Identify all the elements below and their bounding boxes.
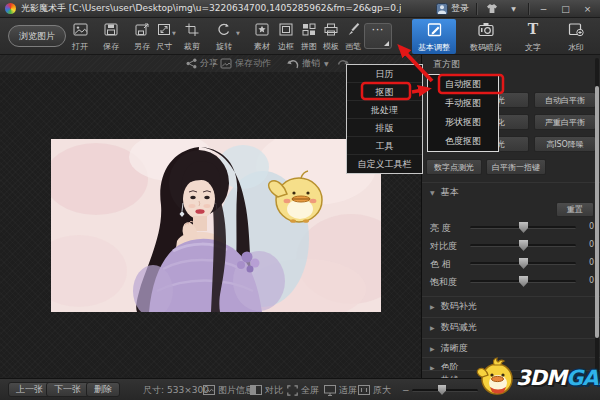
- submenu-item-shape-cutout[interactable]: 形状抠图: [428, 113, 498, 132]
- slider-track[interactable]: [470, 280, 576, 283]
- save-action-button[interactable]: 保存动作: [220, 57, 271, 70]
- rotate-dropdown-caret[interactable]: ▼: [236, 30, 240, 36]
- maximize-button[interactable]: □: [558, 2, 573, 15]
- title-bar: 光影魔术手 [C:\Users\user\Desktop\img\u=32206…: [0, 0, 600, 18]
- submenu-item-manual-cutout[interactable]: 手动抠图: [428, 94, 498, 113]
- scrollbar-thumb[interactable]: [595, 86, 599, 338]
- actionbar-separator: [212, 58, 213, 69]
- saturation-slider: 饱和度 0: [430, 274, 594, 288]
- compare-split-icon: [250, 385, 262, 395]
- chevron-right-icon: ▶: [430, 345, 435, 352]
- photo-canvas[interactable]: [51, 139, 381, 312]
- menu-caret-button[interactable]: ▼: [506, 2, 521, 15]
- camera-icon: [478, 22, 494, 37]
- tab-text[interactable]: T 文字: [514, 19, 552, 54]
- more-tools-button[interactable]: ···: [364, 23, 392, 49]
- fullscreen-button[interactable]: 全屏: [287, 384, 319, 396]
- tab-watermark[interactable]: 水印: [556, 19, 596, 54]
- high-iso-denoise-button[interactable]: 高ISO降噪: [534, 136, 596, 152]
- rotate-icon: [217, 23, 231, 36]
- auto-white-balance-button[interactable]: 自动白平衡: [534, 92, 596, 108]
- slider-thumb[interactable]: [519, 258, 528, 269]
- delete-image-button[interactable]: 删除: [86, 382, 120, 397]
- contrast-slider: 对比度 0: [430, 238, 594, 252]
- histogram-label: 直方图: [433, 58, 460, 71]
- spot-metering-button[interactable]: 数字点测光: [426, 159, 482, 175]
- titlebar-separator: [476, 3, 477, 15]
- resize-button[interactable]: 尺寸: [149, 22, 179, 52]
- slider-thumb[interactable]: [519, 240, 528, 251]
- zoom-slider-thumb[interactable]: [438, 385, 446, 395]
- menu-item-calendar[interactable]: 日历: [347, 65, 422, 83]
- undo-dropdown-caret[interactable]: ▼: [324, 57, 329, 70]
- menu-item-tools[interactable]: 工具: [347, 137, 422, 155]
- image-info-button[interactable]: 图片信息: [203, 384, 254, 396]
- slider-track[interactable]: [470, 244, 576, 247]
- submenu-item-chroma-cutout[interactable]: 色度抠图: [428, 132, 498, 151]
- image-info-icon: [203, 385, 215, 395]
- save-icon: [104, 23, 118, 36]
- undo-button[interactable]: 撤销: [286, 57, 320, 70]
- panel-scrollbar[interactable]: [595, 58, 599, 374]
- fullscreen-icon: [287, 385, 298, 396]
- section-digital-dim-light[interactable]: ▶ 数码减光: [422, 317, 600, 336]
- tab-basic-adjust[interactable]: 基本调整: [412, 19, 456, 54]
- actual-size-button[interactable]: 原大: [358, 384, 391, 396]
- watermark-icon: [568, 22, 584, 37]
- printer-icon: [324, 23, 338, 36]
- previous-image-button[interactable]: 上一张: [8, 382, 51, 397]
- picture-action-icon: [220, 58, 232, 69]
- slider-thumb[interactable]: [519, 276, 528, 287]
- skin-button[interactable]: [484, 2, 499, 15]
- 3dmgame-watermark: 3DMGAME: [476, 357, 600, 399]
- zoom-slider[interactable]: [412, 389, 478, 392]
- text-T-icon: T: [528, 22, 538, 37]
- severe-white-balance-button[interactable]: 严重白平衡: [534, 114, 596, 130]
- brightness-slider: 亮 度 0: [430, 220, 594, 234]
- menu-item-customize-toolbar[interactable]: 自定义工具栏: [347, 155, 422, 173]
- section-digital-fill-light[interactable]: ▶ 数码补光: [422, 296, 600, 315]
- resize-dropdown-caret[interactable]: ▼: [172, 30, 176, 36]
- rotate-button[interactable]: 旋转: [209, 22, 239, 52]
- browse-images-button[interactable]: 浏览图片: [8, 25, 66, 47]
- close-button[interactable]: ×: [580, 2, 595, 15]
- actual-size-icon: [358, 385, 370, 395]
- next-image-button[interactable]: 下一张: [46, 382, 89, 397]
- window-title: 光影魔术手 [C:\Users\user\Desktop\img\u=32206…: [21, 2, 401, 15]
- resize-icon: [157, 23, 171, 36]
- white-balance-one-touch-button[interactable]: 白平衡一指键: [486, 159, 546, 175]
- save-as-icon: [135, 23, 149, 36]
- collage-grid-icon: [302, 23, 316, 36]
- chevron-right-icon: ▶: [430, 303, 435, 310]
- app-logo-icon: [5, 3, 16, 14]
- app-window: 光影魔术手 [C:\Users\user\Desktop\img\u=32206…: [0, 0, 600, 400]
- login-button[interactable]: 登录: [436, 2, 469, 15]
- open-button[interactable]: 打开: [65, 22, 95, 52]
- brush-icon: [346, 23, 360, 36]
- tab-digital-darkroom[interactable]: 数码暗房: [462, 19, 510, 54]
- section-basic[interactable]: ▼ 基本: [422, 182, 600, 201]
- edit-square-icon: [427, 22, 442, 37]
- titlebar-separator: [528, 3, 529, 15]
- zoom-out-button[interactable]: −: [402, 384, 410, 396]
- submenu-item-auto-cutout[interactable]: 自动抠图: [428, 75, 498, 94]
- ellipsis-icon: ···: [365, 24, 391, 36]
- main-toolbar: 浏览图片 打开 保存 另存: [0, 18, 600, 55]
- reset-button[interactable]: 重置: [556, 202, 594, 217]
- share-icon: [186, 58, 197, 69]
- crop-button[interactable]: 裁剪: [177, 22, 207, 52]
- fit-screen-button[interactable]: 适屏: [324, 384, 357, 396]
- save-button[interactable]: 保存: [96, 22, 126, 52]
- fit-screen-icon: [324, 385, 336, 396]
- slider-track[interactable]: [470, 262, 576, 265]
- slider-track[interactable]: [470, 226, 576, 229]
- menu-item-cutout[interactable]: 抠图: [347, 83, 422, 101]
- slider-thumb[interactable]: [519, 222, 528, 233]
- compare-button[interactable]: 对比: [250, 384, 283, 396]
- menu-item-layout[interactable]: 排版: [347, 119, 422, 137]
- section-clarity[interactable]: ▶ 清晰度: [422, 338, 600, 357]
- 3dm-chick-mascot-icon: [476, 357, 516, 399]
- menu-item-batch[interactable]: 批处理: [347, 101, 422, 119]
- minimize-button[interactable]: −: [536, 2, 551, 15]
- share-button[interactable]: 分享: [186, 57, 218, 70]
